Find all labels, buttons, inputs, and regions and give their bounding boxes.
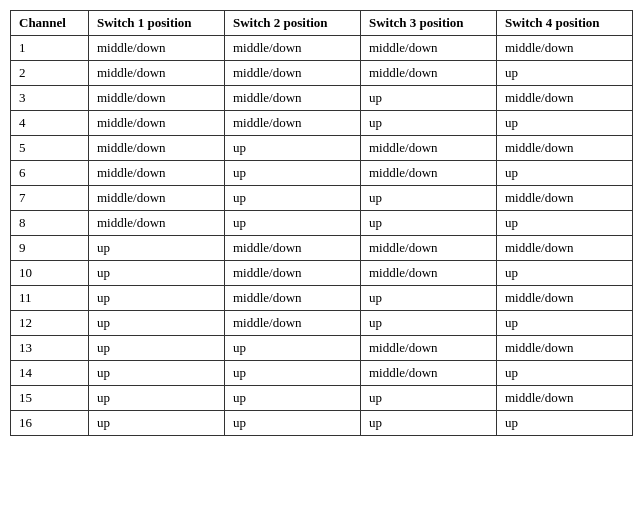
table-cell: up — [88, 411, 224, 436]
table-row: 1middle/downmiddle/downmiddle/downmiddle… — [11, 36, 633, 61]
table-row: 11upmiddle/downupmiddle/down — [11, 286, 633, 311]
table-cell: middle/down — [360, 361, 496, 386]
table-cell: middle/down — [224, 86, 360, 111]
table-cell: up — [224, 411, 360, 436]
table-cell: middle/down — [224, 111, 360, 136]
table-cell: up — [88, 336, 224, 361]
table-cell: middle/down — [496, 386, 632, 411]
table-cell: 7 — [11, 186, 89, 211]
table-cell: up — [88, 261, 224, 286]
table-cell: up — [360, 311, 496, 336]
table-row: 14upupmiddle/downup — [11, 361, 633, 386]
table-cell: middle/down — [88, 86, 224, 111]
table-cell: middle/down — [360, 61, 496, 86]
table-cell: up — [496, 111, 632, 136]
table-cell: up — [224, 361, 360, 386]
table-cell: middle/down — [88, 136, 224, 161]
table-row: 13upupmiddle/downmiddle/down — [11, 336, 633, 361]
table-cell: 16 — [11, 411, 89, 436]
header-sw1: Switch 1 position — [88, 11, 224, 36]
table-cell: up — [496, 161, 632, 186]
table-cell: up — [224, 211, 360, 236]
table-cell: up — [88, 361, 224, 386]
table-cell: 9 — [11, 236, 89, 261]
table-cell: middle/down — [496, 86, 632, 111]
table-cell: up — [224, 336, 360, 361]
header-sw4: Switch 4 position — [496, 11, 632, 36]
table-row: 4middle/downmiddle/downupup — [11, 111, 633, 136]
table-cell: up — [496, 61, 632, 86]
table-cell: 10 — [11, 261, 89, 286]
table-cell: middle/down — [88, 186, 224, 211]
table-cell: up — [496, 211, 632, 236]
table-cell: middle/down — [88, 36, 224, 61]
table-header-row: Channel Switch 1 position Switch 2 posit… — [11, 11, 633, 36]
table-cell: up — [360, 186, 496, 211]
table-cell: 5 — [11, 136, 89, 161]
header-sw3: Switch 3 position — [360, 11, 496, 36]
table-row: 2middle/downmiddle/downmiddle/downup — [11, 61, 633, 86]
table-cell: middle/down — [496, 286, 632, 311]
table-row: 12upmiddle/downupup — [11, 311, 633, 336]
table-cell: middle/down — [496, 136, 632, 161]
table-cell: middle/down — [496, 36, 632, 61]
table-cell: 4 — [11, 111, 89, 136]
table-cell: middle/down — [88, 111, 224, 136]
table-cell: middle/down — [360, 236, 496, 261]
table-cell: middle/down — [224, 236, 360, 261]
table-cell: up — [360, 286, 496, 311]
table-cell: 3 — [11, 86, 89, 111]
table-cell: 2 — [11, 61, 89, 86]
table-cell: up — [224, 161, 360, 186]
table-cell: up — [496, 261, 632, 286]
table-row: 7middle/downupupmiddle/down — [11, 186, 633, 211]
table-cell: up — [496, 361, 632, 386]
table-cell: up — [360, 386, 496, 411]
table-row: 6middle/downupmiddle/downup — [11, 161, 633, 186]
table-cell: up — [224, 136, 360, 161]
table-row: 8middle/downupupup — [11, 211, 633, 236]
table-cell: middle/down — [224, 311, 360, 336]
table-cell: middle/down — [224, 261, 360, 286]
table-cell: up — [360, 111, 496, 136]
table-cell: middle/down — [496, 186, 632, 211]
table-cell: middle/down — [360, 336, 496, 361]
table-row: 5middle/downupmiddle/downmiddle/down — [11, 136, 633, 161]
table-cell: up — [360, 86, 496, 111]
table-cell: middle/down — [496, 336, 632, 361]
header-channel: Channel — [11, 11, 89, 36]
table-cell: 12 — [11, 311, 89, 336]
table-cell: 1 — [11, 36, 89, 61]
table-row: 16upupupup — [11, 411, 633, 436]
table-row: 9upmiddle/downmiddle/downmiddle/down — [11, 236, 633, 261]
table-cell: up — [224, 386, 360, 411]
table-cell: middle/down — [360, 136, 496, 161]
table-cell: middle/down — [224, 36, 360, 61]
table-cell: middle/down — [224, 286, 360, 311]
table-cell: 14 — [11, 361, 89, 386]
table-cell: middle/down — [224, 61, 360, 86]
table-cell: middle/down — [88, 161, 224, 186]
table-cell: up — [496, 311, 632, 336]
table-row: 3middle/downmiddle/downupmiddle/down — [11, 86, 633, 111]
table-cell: up — [88, 386, 224, 411]
switch-position-table: Channel Switch 1 position Switch 2 posit… — [10, 10, 633, 436]
table-cell: middle/down — [88, 61, 224, 86]
table-cell: middle/down — [360, 161, 496, 186]
table-cell: up — [360, 411, 496, 436]
table-cell: up — [360, 211, 496, 236]
table-cell: 8 — [11, 211, 89, 236]
table-row: 15upupupmiddle/down — [11, 386, 633, 411]
table-cell: middle/down — [496, 236, 632, 261]
table-cell: up — [88, 311, 224, 336]
table-cell: up — [88, 286, 224, 311]
table-row: 10upmiddle/downmiddle/downup — [11, 261, 633, 286]
table-cell: 11 — [11, 286, 89, 311]
table-cell: 13 — [11, 336, 89, 361]
table-cell: up — [224, 186, 360, 211]
table-cell: middle/down — [360, 261, 496, 286]
table-cell: up — [88, 236, 224, 261]
table-cell: middle/down — [88, 211, 224, 236]
header-sw2: Switch 2 position — [224, 11, 360, 36]
table-cell: up — [496, 411, 632, 436]
